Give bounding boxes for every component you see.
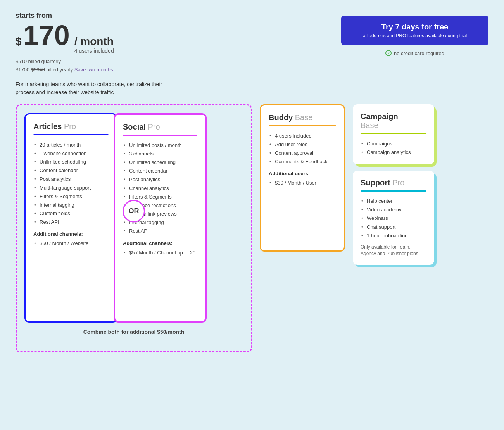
list-item: $30 / Month / User bbox=[269, 179, 336, 187]
list-item: Multi-language support bbox=[33, 184, 109, 192]
list-item: Content approval bbox=[269, 149, 336, 157]
social-additional-list: $5 / Month / Channel up to 20 bbox=[123, 249, 197, 257]
cta-button-title: Try 7 days for free bbox=[357, 22, 473, 31]
buddy-features-list: 4 users included Add user roles Content … bbox=[269, 132, 336, 166]
list-item: Add user roles bbox=[269, 140, 336, 149]
cta-section: Try 7 days for free all add-ons and PRO … bbox=[341, 16, 488, 56]
list-item: 3 channels bbox=[123, 150, 197, 158]
list-item: Chat support bbox=[361, 223, 426, 231]
list-item: $5 / Month / Channel up to 20 bbox=[123, 249, 197, 257]
list-item: Help center bbox=[361, 197, 426, 206]
articles-social-container: Articles Pro 20 articles / month 1 websi… bbox=[16, 104, 252, 352]
articles-divider bbox=[33, 134, 109, 135]
billing-yearly-suffix: billed yearly bbox=[45, 67, 73, 73]
support-divider bbox=[361, 190, 426, 192]
price-amount: 170 bbox=[23, 21, 70, 49]
support-card-wrapper: Support Pro Help center Video academy We… bbox=[353, 171, 434, 265]
list-item: Content calendar bbox=[123, 167, 197, 175]
list-item: 1 hour onboarding bbox=[361, 231, 426, 240]
campaign-card-title: CampaignBase bbox=[361, 112, 426, 130]
dollar-sign: $ bbox=[16, 35, 22, 48]
campaign-features-list: Campaigns Campaign analytics bbox=[361, 140, 426, 157]
list-item: Unlimited posts / month bbox=[123, 141, 197, 150]
campaign-divider bbox=[361, 133, 426, 134]
list-item: $60 / Month / Website bbox=[33, 239, 109, 248]
support-features-list: Help center Video academy Webinars Chat … bbox=[361, 197, 426, 240]
articles-additional-list: $60 / Month / Website bbox=[33, 239, 109, 248]
list-item: Post analytics bbox=[123, 175, 197, 184]
try-free-button[interactable]: Try 7 days for free all add-ons and PRO … bbox=[341, 16, 488, 45]
list-item: Unlimited scheduling bbox=[33, 158, 109, 166]
buddy-additional-label: Additional users: bbox=[269, 171, 336, 176]
list-item: Custom fields bbox=[33, 209, 109, 218]
support-note: Only available for Team, Agency and Publ… bbox=[361, 244, 426, 257]
support-card-title: Support Pro bbox=[361, 178, 426, 187]
starts-from-label: starts from bbox=[16, 12, 171, 20]
articles-social-or: Articles Pro 20 articles / month 1 websi… bbox=[24, 113, 243, 323]
social-additional-label: Additional channels: bbox=[123, 240, 197, 246]
buddy-additional-list: $30 / Month / User bbox=[269, 179, 336, 187]
articles-card: Articles Pro 20 articles / month 1 websi… bbox=[24, 113, 117, 323]
buddy-card: Buddy Base 4 users included Add user rol… bbox=[260, 104, 345, 252]
articles-additional-label: Additional channels: bbox=[33, 231, 109, 237]
no-credit-card-note: ✓ no credit card required bbox=[385, 50, 444, 56]
description-text: For marketing teams who want to collabor… bbox=[16, 80, 171, 97]
billing-quarterly: $510 billed quarterly bbox=[16, 58, 171, 66]
list-item: Filters & Segments bbox=[33, 192, 109, 201]
list-item: Comments & Feedback bbox=[269, 157, 336, 166]
support-card: Support Pro Help center Video academy We… bbox=[353, 171, 434, 265]
list-item: Content calendar bbox=[33, 166, 109, 175]
pricing-info: starts from $ 170 / month 4 users includ… bbox=[16, 12, 171, 97]
buddy-divider bbox=[269, 125, 336, 126]
list-item: Post analytics bbox=[33, 175, 109, 183]
right-column: CampaignBase Campaigns Campaign analytic… bbox=[353, 104, 434, 265]
check-icon: ✓ bbox=[385, 50, 392, 56]
social-divider bbox=[123, 135, 197, 136]
list-item: Rest API bbox=[123, 227, 197, 235]
list-item: Webinars bbox=[361, 214, 426, 223]
list-item: Rest API bbox=[33, 218, 109, 226]
combine-text: Combine both for additional $50/month bbox=[24, 329, 243, 335]
campaign-card-wrapper: CampaignBase Campaigns Campaign analytic… bbox=[353, 104, 434, 164]
list-item: Campaigns bbox=[361, 140, 426, 148]
buddy-card-title: Buddy Base bbox=[269, 113, 336, 122]
list-item: Unlimited scheduling bbox=[123, 158, 197, 167]
billing-info: $510 billed quarterly $1700 $2040 billed… bbox=[16, 58, 171, 74]
campaign-card: CampaignBase Campaigns Campaign analytic… bbox=[353, 104, 434, 164]
billing-yearly-row: $1700 $2040 billed yearly Save two month… bbox=[16, 66, 171, 74]
list-item: Internal tagging bbox=[33, 201, 109, 209]
billing-yearly-crossed: $2040 bbox=[31, 67, 45, 73]
social-card-title: Social Pro bbox=[123, 123, 197, 131]
list-item: Campaign analytics bbox=[361, 148, 426, 157]
users-included-label: 4 users included bbox=[74, 48, 114, 54]
list-item: Channel analytics bbox=[123, 184, 197, 193]
or-circle: OR bbox=[123, 200, 145, 222]
articles-card-title: Articles Pro bbox=[33, 122, 109, 131]
cta-button-subtitle: all add-ons and PRO features available d… bbox=[357, 33, 473, 38]
save-link[interactable]: Save two months bbox=[74, 67, 113, 73]
list-item: 20 articles / month bbox=[33, 141, 109, 149]
list-item: Video academy bbox=[361, 206, 426, 214]
list-item: 4 users included bbox=[269, 132, 336, 140]
per-month-label: / month bbox=[74, 35, 114, 48]
billing-yearly-prefix: $1700 bbox=[16, 67, 31, 73]
list-item: 1 website connection bbox=[33, 149, 109, 158]
articles-features-list: 20 articles / month 1 website connection… bbox=[33, 141, 109, 227]
cards-section: Articles Pro 20 articles / month 1 websi… bbox=[16, 104, 488, 352]
